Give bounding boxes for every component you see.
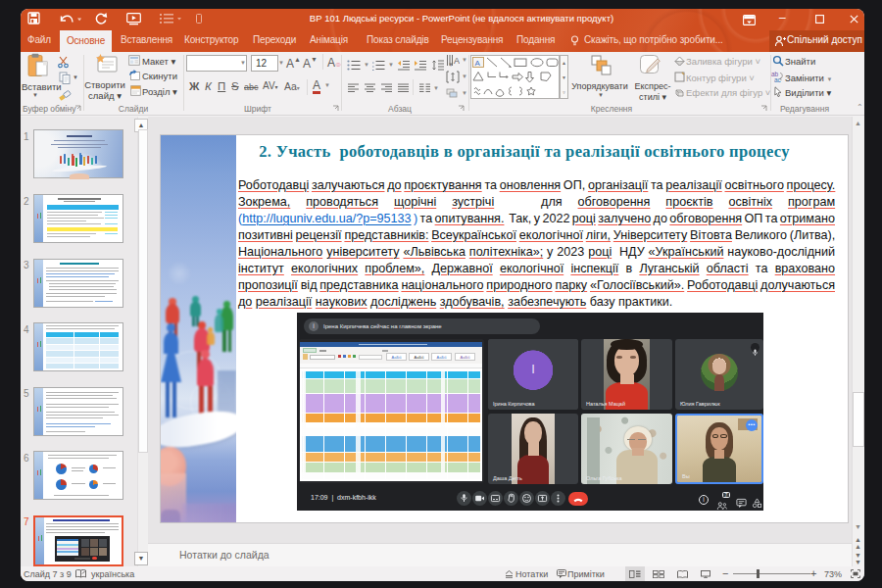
svg-text:A: A <box>475 59 481 68</box>
svg-text:A: A <box>454 56 460 66</box>
